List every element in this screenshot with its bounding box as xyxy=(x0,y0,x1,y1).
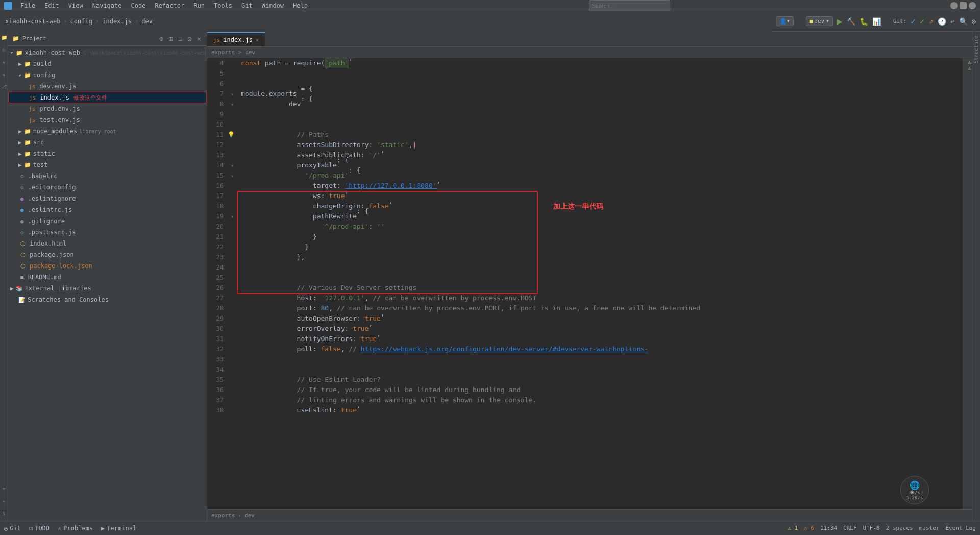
debug-button[interactable]: 🐛 xyxy=(860,17,868,26)
collapse-all-btn[interactable]: ⊕ xyxy=(158,34,165,43)
menu-code[interactable]: Code xyxy=(127,1,150,10)
line-ending-label[interactable]: CRLF xyxy=(843,525,857,531)
git-pull-icon[interactable]: ✓ xyxy=(920,16,925,26)
breadcrumb-project[interactable]: xiaohh-cost-web xyxy=(5,18,60,25)
tree-file-index-js[interactable]: js index.js 修改这个文件 xyxy=(8,92,207,103)
todo-btn[interactable]: ☑ TODO xyxy=(29,525,50,532)
code-line-34[interactable] xyxy=(237,364,963,375)
code-line-4[interactable]: const path = require('path') xyxy=(237,58,963,68)
minimize-btn[interactable] xyxy=(950,2,958,9)
tree-file-postcssrc[interactable]: ◇ .postcssrc.js xyxy=(8,227,207,238)
code-line-38[interactable]: useEslint: true, xyxy=(237,405,963,416)
code-line-8[interactable]: dev: { xyxy=(237,99,963,109)
breadcrumb-config[interactable]: config xyxy=(70,18,92,25)
code-line-28[interactable]: port: 80, // can be overwritten by proce… xyxy=(237,303,963,313)
build-button[interactable]: 🔨 xyxy=(847,17,855,26)
code-line-12[interactable]: assetsSubDirectory: 'static',| xyxy=(237,140,963,150)
fold-path-rewrite[interactable]: ▾ xyxy=(228,211,237,222)
code-line-36[interactable]: // If true, your code will be linted dur… xyxy=(237,385,963,395)
code-line-31[interactable]: notifyOnErrors: true, xyxy=(237,334,963,344)
tree-file-gitignore[interactable]: ● .gitignore xyxy=(8,215,207,227)
tree-folder-src[interactable]: ▶ 📁 src xyxy=(8,137,207,148)
menu-git[interactable]: Git xyxy=(237,1,257,10)
code-line-25[interactable] xyxy=(237,273,963,283)
global-search-input[interactable] xyxy=(589,0,670,11)
menu-view[interactable]: View xyxy=(64,1,87,10)
git-push-icon[interactable]: ✓ xyxy=(911,16,916,26)
code-line-17[interactable]: ws: true, xyxy=(237,191,963,201)
tab-close-btn[interactable]: × xyxy=(256,37,259,43)
bulb-icon[interactable]: 💡 xyxy=(228,130,235,140)
code-line-37[interactable]: // linting errors and warnings will be s… xyxy=(237,395,963,405)
code-line-11[interactable]: 💡 // Paths xyxy=(237,130,963,140)
menu-run[interactable]: Run xyxy=(189,1,209,10)
git-status-btn[interactable]: ◎ Git xyxy=(4,525,21,532)
tree-folder-test[interactable]: ▶ 📁 test xyxy=(8,159,207,171)
settings-icon[interactable]: ⚙ xyxy=(972,17,976,26)
tree-folder-build[interactable]: ▶ 📁 build xyxy=(8,58,207,69)
problems-btn[interactable]: ⚠ Problems xyxy=(58,525,93,532)
breadcrumb-file[interactable]: index.js xyxy=(102,18,132,25)
fold-dev[interactable]: ▾ xyxy=(228,99,237,109)
run-config-btn[interactable]: ■ dev ▾ xyxy=(806,16,833,26)
code-line-27[interactable]: host: '127.0.0.1', // can be overwritten… xyxy=(237,293,963,303)
code-line-32[interactable]: poll: false, // https://webpack.js.org/c… xyxy=(237,344,963,354)
branch-label[interactable]: master xyxy=(919,525,940,531)
code-line-5[interactable] xyxy=(237,68,963,79)
tree-folder-config[interactable]: ▾ 📁 config xyxy=(8,69,207,81)
structure-icon[interactable]: ≡ xyxy=(1,485,8,492)
tree-file-babelrc[interactable]: ⚙ .babelrc xyxy=(8,171,207,182)
code-line-29[interactable]: autoOpenBrowser: true, xyxy=(237,313,963,324)
code-line-24[interactable] xyxy=(237,262,963,273)
code-line-33[interactable] xyxy=(237,354,963,364)
tree-file-index-html[interactable]: ⬡ index.html xyxy=(8,238,207,249)
code-line-22[interactable]: } xyxy=(237,242,963,252)
tree-file-eslintignore[interactable]: ● .eslintignore xyxy=(8,193,207,204)
coverage-button[interactable]: 📊 xyxy=(872,17,881,26)
event-log-btn[interactable]: Event Log xyxy=(945,525,976,531)
menu-refactor[interactable]: Refactor xyxy=(151,1,188,10)
tree-file-editorconfig[interactable]: ⚙ .editorconfig xyxy=(8,182,207,193)
tree-external-libraries[interactable]: ▶ 📚 External Libraries xyxy=(8,283,207,294)
code-line-20[interactable]: '^/prod-api': '' xyxy=(237,222,963,232)
encoding-label[interactable]: UTF-8 xyxy=(863,525,880,531)
menu-tools[interactable]: Tools xyxy=(210,1,236,10)
code-line-7[interactable]: module.exports = { xyxy=(237,89,963,99)
menu-edit[interactable]: Edit xyxy=(40,1,63,10)
menu-file[interactable]: File xyxy=(16,1,39,10)
tree-file-package-json[interactable]: ⬡ package.json xyxy=(8,249,207,260)
code-line-35[interactable]: // Use Eslint Loader? xyxy=(237,375,963,385)
locate-btn[interactable]: ⊞ xyxy=(167,34,174,43)
restore-btn[interactable] xyxy=(960,2,967,9)
tree-file-eslintrc[interactable]: ● .eslintrc.js xyxy=(8,204,207,215)
code-line-19[interactable]: pathRewrite: { xyxy=(237,211,963,222)
npm-icon[interactable]: N xyxy=(1,509,8,517)
code-line-23[interactable]: }, xyxy=(237,252,963,262)
code-lines-area[interactable]: 加上这一串代码 const path = require('path') mod… xyxy=(237,58,963,509)
fold-proxy[interactable]: ▾ xyxy=(228,160,237,171)
tree-folder-static[interactable]: ▶ 📁 static xyxy=(8,148,207,159)
fold-prod-api[interactable]: ▾ xyxy=(228,171,237,181)
code-line-26[interactable]: // Various Dev Server settings xyxy=(237,283,963,293)
indent-label[interactable]: 2 spaces xyxy=(886,525,913,531)
tree-scratches-consoles[interactable]: 📝 Scratches and Consoles xyxy=(8,294,207,305)
pull-request-icon[interactable]: ⇅ xyxy=(1,70,8,78)
settings-tree-btn[interactable]: ⚙ xyxy=(186,34,193,43)
code-line-14[interactable]: proxyTable: { xyxy=(237,160,963,171)
undo-icon[interactable]: ↩ xyxy=(950,17,954,26)
tree-file-dev-env[interactable]: js dev.env.js xyxy=(8,81,207,92)
search-icon[interactable]: 🔍 xyxy=(959,17,968,26)
code-line-21[interactable]: } xyxy=(237,232,963,242)
tree-file-package-lock-json[interactable]: ⬡ package-lock.json xyxy=(8,260,207,272)
tree-folder-node-modules[interactable]: ▶ 📁 node_modules library root xyxy=(8,126,207,137)
code-editor[interactable]: 4 5 6 7 8 9 10 11 12 13 14 15 16 17 18 1… xyxy=(207,58,972,509)
code-line-10[interactable] xyxy=(237,119,963,130)
code-line-15[interactable]: '/prod-api': { xyxy=(237,171,963,181)
close-btn[interactable] xyxy=(969,2,976,9)
code-line-30[interactable]: errorOverlay: true, xyxy=(237,324,963,334)
tree-file-test-env[interactable]: js test.env.js xyxy=(8,114,207,126)
breadcrumb-section[interactable]: dev xyxy=(141,18,153,25)
hide-btn[interactable]: × xyxy=(195,34,203,43)
fold-module-exports[interactable]: ▾ xyxy=(228,89,237,99)
menu-help[interactable]: Help xyxy=(289,1,312,10)
